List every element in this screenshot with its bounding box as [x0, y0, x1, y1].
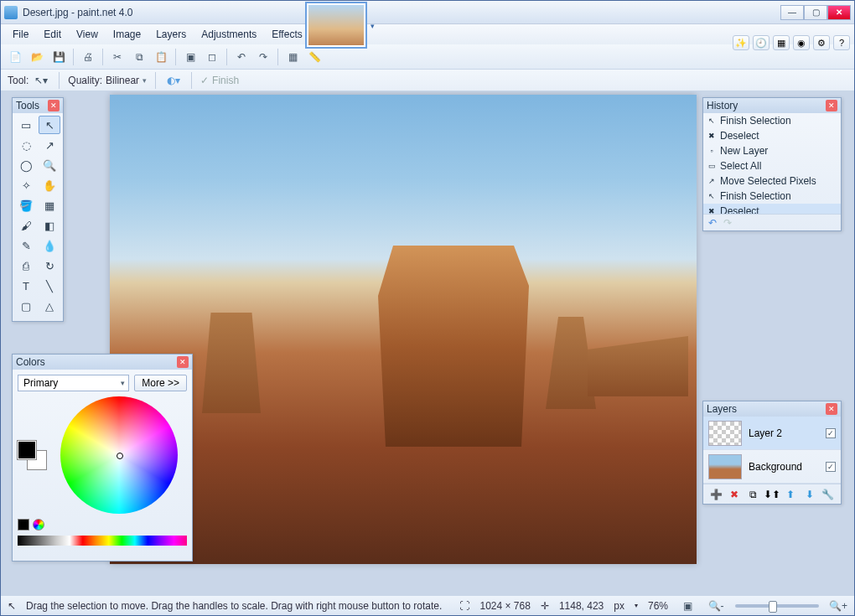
- menu-adjustments[interactable]: Adjustments: [194, 26, 263, 43]
- history-undo-icon[interactable]: ↶: [708, 217, 717, 229]
- color-wheel[interactable]: [60, 396, 178, 514]
- tool-ellipse-select[interactable]: ◯: [15, 156, 37, 174]
- menu-effects[interactable]: Effects: [265, 26, 308, 43]
- layer-thumb: [708, 421, 742, 446]
- unit-label[interactable]: px: [614, 600, 624, 612]
- tool-rect-select[interactable]: ▭: [15, 116, 37, 134]
- finish-check-icon: ✓: [200, 75, 209, 86]
- layers-icon[interactable]: ▦: [773, 35, 790, 50]
- menu-file[interactable]: File: [6, 26, 35, 43]
- tool-rect[interactable]: ▢: [15, 297, 37, 315]
- tool-magic-wand[interactable]: ✧: [15, 176, 37, 194]
- layer-item[interactable]: Background✓: [703, 450, 841, 484]
- tool-shapes[interactable]: △: [39, 297, 60, 315]
- minimize-button[interactable]: —: [780, 5, 804, 20]
- history-item[interactable]: ✖Deselect: [703, 128, 841, 143]
- history-item[interactable]: ↖Finish Selection: [703, 189, 841, 204]
- fg-bg-swatch[interactable]: [18, 441, 46, 469]
- history-step-label: New Layer: [720, 145, 768, 157]
- history-item[interactable]: ↖Finish Selection: [703, 113, 841, 128]
- ruler-button[interactable]: 📏: [305, 48, 324, 66]
- colors-icon[interactable]: ◉: [793, 35, 810, 50]
- tool-selector[interactable]: ↖▾: [32, 71, 50, 90]
- print-button[interactable]: 🖨: [79, 48, 97, 66]
- history-item[interactable]: ✖Deselect: [703, 204, 841, 214]
- copy-button[interactable]: ⧉: [130, 48, 148, 66]
- color-mode-select[interactable]: Primary: [18, 375, 129, 391]
- sampling-icon[interactable]: ◐▾: [164, 71, 183, 90]
- maximize-button[interactable]: ▢: [804, 5, 827, 20]
- tool-move-pixels[interactable]: ↗: [39, 136, 60, 154]
- deselect-button[interactable]: ◻: [203, 48, 221, 66]
- layers-close-icon[interactable]: ✕: [826, 403, 837, 415]
- layer-visibility-checkbox[interactable]: ✓: [826, 462, 836, 472]
- tool-zoom[interactable]: 🔍: [39, 156, 60, 174]
- zoom-slider[interactable]: [735, 604, 819, 608]
- history-icon[interactable]: 🕘: [753, 35, 770, 50]
- new-button[interactable]: 📄: [6, 48, 24, 66]
- finish-label[interactable]: Finish: [212, 75, 239, 86]
- layer-down-button[interactable]: ⬇: [803, 488, 816, 501]
- wand-icon[interactable]: ✨: [733, 35, 749, 50]
- tool-recolor[interactable]: ↻: [39, 256, 60, 275]
- history-redo-icon[interactable]: ↷: [723, 217, 732, 229]
- image-thumbnail[interactable]: [305, 2, 367, 49]
- layer-props-button[interactable]: 🔧: [821, 488, 835, 501]
- layer-up-button[interactable]: ⬆: [784, 488, 797, 501]
- palette-strip[interactable]: [18, 536, 187, 546]
- layer-duplicate-button[interactable]: ⧉: [747, 488, 760, 501]
- tools-close-icon[interactable]: ✕: [48, 100, 60, 111]
- history-close-icon[interactable]: ✕: [826, 100, 837, 111]
- fit-window-icon[interactable]: ▣: [678, 597, 697, 615]
- menu-view[interactable]: View: [70, 26, 105, 43]
- zoom-level[interactable]: 76%: [648, 600, 668, 612]
- settings-icon[interactable]: ⚙: [813, 35, 830, 50]
- history-item[interactable]: ↗Move Selected Pixels: [703, 173, 841, 189]
- tool-gradient[interactable]: ▦: [39, 196, 60, 215]
- tool-eraser[interactable]: ◧: [39, 216, 60, 235]
- tool-clone[interactable]: ⎙: [15, 256, 37, 275]
- layer-item[interactable]: Layer 2✓: [703, 417, 841, 450]
- fg-swatch[interactable]: [18, 441, 36, 459]
- zoom-in-icon[interactable]: 🔍+: [829, 597, 847, 615]
- menu-image[interactable]: Image: [106, 26, 148, 43]
- mini-black-swatch[interactable]: [18, 519, 29, 531]
- history-item[interactable]: ▫New Layer: [703, 143, 841, 158]
- undo-button[interactable]: ↶: [232, 48, 251, 66]
- color-cursor[interactable]: [117, 453, 123, 459]
- cursor-pos: 1148, 423: [559, 600, 604, 612]
- colors-panel: Colors✕ Primary More >>: [12, 354, 193, 562]
- paste-button[interactable]: 📋: [152, 48, 170, 66]
- tool-move-select[interactable]: ↖: [39, 116, 60, 134]
- menu-layers[interactable]: Layers: [149, 26, 193, 43]
- layer-delete-button[interactable]: ✖: [728, 488, 741, 501]
- colors-close-icon[interactable]: ✕: [177, 356, 189, 368]
- tool-text[interactable]: T: [15, 277, 37, 295]
- layer-add-button[interactable]: ➕: [709, 488, 723, 501]
- open-button[interactable]: 📂: [28, 48, 46, 66]
- redo-button[interactable]: ↷: [254, 48, 272, 66]
- history-item[interactable]: ▭Select All: [703, 158, 841, 173]
- crop-button[interactable]: ▣: [181, 48, 200, 66]
- thumbnail-dropdown-icon[interactable]: ▾: [370, 22, 375, 30]
- tool-line[interactable]: ╲: [39, 277, 60, 295]
- mini-wheel-icon[interactable]: [33, 519, 44, 531]
- layer-merge-button[interactable]: ⬇⬆: [765, 488, 779, 501]
- save-button[interactable]: 💾: [49, 48, 68, 66]
- grid-button[interactable]: ▦: [283, 48, 302, 66]
- cut-button[interactable]: ✂: [108, 48, 127, 66]
- help-icon[interactable]: ?: [833, 35, 850, 50]
- menu-edit[interactable]: Edit: [37, 26, 68, 43]
- more-colors-button[interactable]: More >>: [134, 375, 187, 391]
- tool-brush[interactable]: 🖌: [15, 216, 37, 235]
- tool-fill[interactable]: 🪣: [15, 196, 37, 215]
- zoom-out-icon[interactable]: 🔍-: [707, 597, 725, 615]
- close-button[interactable]: ✕: [827, 5, 851, 20]
- layer-visibility-checkbox[interactable]: ✓: [826, 428, 836, 438]
- quality-value[interactable]: Bilinear: [106, 75, 139, 86]
- tool-lasso[interactable]: ◌: [15, 136, 37, 154]
- tool-picker[interactable]: 💧: [39, 236, 60, 255]
- tool-pencil[interactable]: ✎: [15, 236, 37, 255]
- canvas[interactable]: [110, 95, 697, 564]
- tool-pan[interactable]: ✋: [39, 176, 60, 194]
